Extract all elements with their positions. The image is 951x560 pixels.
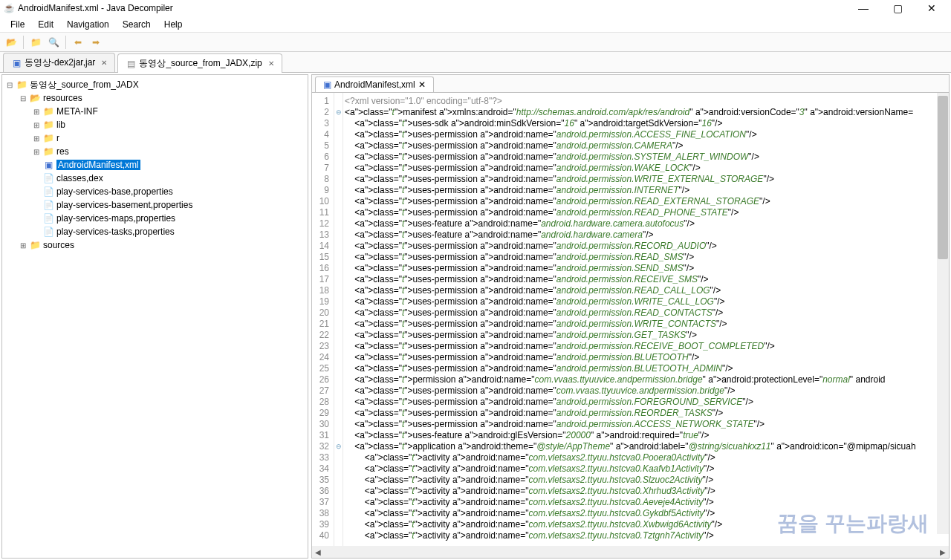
tree-label: classes,dex bbox=[56, 173, 103, 183]
open-type-button[interactable]: 📁 bbox=[27, 34, 44, 51]
folder-icon: 📁 bbox=[42, 132, 54, 144]
menu-navigation[interactable]: Navigation bbox=[61, 18, 115, 31]
binary-icon: ▣ bbox=[11, 58, 22, 68]
tree-sources[interactable]: ⊞ 📁 sources bbox=[5, 238, 305, 252]
tab-close-icon[interactable]: ✕ bbox=[101, 59, 107, 67]
tree-ps-tasks[interactable]: 📄 play-services-tasks,properties bbox=[5, 225, 305, 238]
separator bbox=[65, 36, 66, 49]
tree-ps-base[interactable]: 📄 play-services-base,properties bbox=[5, 185, 305, 198]
tree-label: play-services-tasks,properties bbox=[56, 227, 175, 237]
menu-help[interactable]: Help bbox=[158, 18, 189, 31]
xml-file-icon: ▣ bbox=[323, 79, 331, 90]
forward-button[interactable]: ➡ bbox=[88, 34, 104, 51]
archive-icon: ▤ bbox=[126, 59, 136, 69]
file-tabs: ▣ 동영상-dex2jar,jar ✕ ▤ 동영상_source_from_JA… bbox=[0, 52, 951, 73]
file-icon: 📄 bbox=[42, 172, 54, 184]
horizontal-scrollbar[interactable]: ◀ ▶ bbox=[312, 546, 949, 558]
expand-icon[interactable]: ⊞ bbox=[32, 107, 41, 116]
folder-icon: 📁 bbox=[42, 146, 54, 157]
tree-label: play-services-basement,properties bbox=[56, 200, 192, 210]
menu-edit[interactable]: Edit bbox=[32, 18, 59, 31]
expand-icon[interactable]: ⊞ bbox=[32, 134, 41, 143]
tree-root[interactable]: ⊟ 📁 동영상_source_from_JADX bbox=[5, 78, 305, 91]
editor-tab-manifest[interactable]: ▣ AndroidManifest,xml ✕ bbox=[315, 76, 434, 92]
tree-label: play-services-base,properties bbox=[56, 186, 173, 197]
tree-ps-basement[interactable]: 📄 play-services-basement,properties bbox=[5, 198, 305, 212]
menu-search[interactable]: Search bbox=[117, 18, 157, 31]
fold-gutter[interactable]: ⊖⊖ bbox=[334, 93, 343, 546]
menubar: File Edit Navigation Search Help bbox=[0, 16, 951, 33]
back-button[interactable]: ⬅ bbox=[70, 34, 86, 51]
titlebar: ☕ AndroidManifest.xml - Java Decompiler … bbox=[0, 0, 951, 16]
tree-ps-maps[interactable]: 📄 play-services-maps,properties bbox=[5, 212, 305, 225]
tree-label: res bbox=[56, 146, 69, 157]
tree-android-manifest[interactable]: ▣ AndroidManifest,xml bbox=[5, 158, 305, 172]
tree-label: AndroidManifest,xml bbox=[56, 160, 140, 170]
folder-icon: 📁 bbox=[42, 119, 54, 131]
search-button[interactable]: 🔍 bbox=[45, 34, 62, 51]
close-button[interactable]: ✕ bbox=[921, 1, 942, 16]
editor-tabs: ▣ AndroidManifest,xml ✕ bbox=[312, 75, 949, 93]
tree-label: 동영상_source_from_JADX bbox=[30, 79, 139, 91]
editor-tab-label: AndroidManifest,xml bbox=[334, 79, 415, 90]
folder-icon: 📁 bbox=[29, 239, 41, 251]
folder-icon: 📂 bbox=[29, 92, 41, 104]
file-icon: 📄 bbox=[42, 199, 54, 211]
window-title: AndroidManifest.xml - Java Decompiler bbox=[18, 3, 853, 13]
scroll-thumb[interactable] bbox=[938, 96, 948, 259]
tab-label: 동영상-dex2jar,jar bbox=[25, 56, 95, 69]
collapse-icon[interactable]: ⊟ bbox=[19, 94, 27, 102]
file-icon: 📄 bbox=[42, 186, 54, 198]
scroll-right-icon[interactable]: ▶ bbox=[937, 546, 949, 558]
tab-jadx-zip[interactable]: ▤ 동영상_source_from_JADX,zip ✕ bbox=[117, 53, 282, 73]
tree-meta-inf[interactable]: ⊞ 📁 META-INF bbox=[5, 105, 305, 118]
code-content[interactable]: <?xml version="1.0" encoding="utf-8"?><a… bbox=[343, 93, 949, 546]
tab-close-icon[interactable]: ✕ bbox=[418, 79, 426, 90]
expand-icon[interactable]: ⊞ bbox=[32, 147, 41, 156]
folder-icon: 📁 bbox=[42, 105, 54, 117]
tree-label: resources bbox=[43, 93, 82, 103]
toolbar: 📂 📁 🔍 ⬅ ➡ bbox=[0, 33, 951, 52]
tree-resources[interactable]: ⊟ 📂 resources bbox=[5, 91, 305, 105]
tab-label: 동영상_source_from_JADX,zip bbox=[139, 57, 262, 70]
tree-r[interactable]: ⊞ 📁 r bbox=[5, 131, 305, 145]
file-icon: 📄 bbox=[42, 226, 54, 238]
code-editor[interactable]: 1234567891011121314151617181920212223242… bbox=[312, 93, 949, 546]
collapse-icon[interactable]: ⊟ bbox=[5, 80, 14, 89]
app-icon: ☕ bbox=[3, 2, 15, 14]
project-tree[interactable]: ⊟ 📁 동영상_source_from_JADX ⊟ 📂 resources ⊞… bbox=[1, 74, 308, 559]
minimize-button[interactable]: — bbox=[853, 1, 874, 16]
tree-res[interactable]: ⊞ 📁 res bbox=[5, 145, 305, 158]
tree-label: lib bbox=[56, 120, 65, 130]
tree-label: sources bbox=[43, 240, 74, 250]
scroll-left-icon[interactable]: ◀ bbox=[312, 546, 324, 558]
tab-dex2jar[interactable]: ▣ 동영상-dex2jar,jar ✕ bbox=[3, 53, 115, 72]
tree-label: play-services-maps,properties bbox=[56, 213, 175, 224]
open-file-button[interactable]: 📂 bbox=[3, 34, 19, 51]
line-gutter: 1234567891011121314151617181920212223242… bbox=[312, 93, 334, 546]
package-icon: 📁 bbox=[16, 79, 27, 91]
tab-close-icon[interactable]: ✕ bbox=[268, 59, 274, 68]
tree-lib[interactable]: ⊞ 📁 lib bbox=[5, 118, 305, 131]
tree-label: META-INF bbox=[56, 106, 98, 117]
menu-file[interactable]: File bbox=[4, 18, 30, 31]
vertical-scrollbar[interactable] bbox=[937, 93, 949, 534]
expand-icon[interactable]: ⊞ bbox=[32, 120, 41, 129]
xml-file-icon: ▣ bbox=[42, 159, 54, 171]
expand-icon[interactable]: ⊞ bbox=[19, 241, 27, 250]
separator bbox=[23, 36, 24, 49]
file-icon: 📄 bbox=[42, 212, 54, 224]
tree-classes-dex[interactable]: 📄 classes,dex bbox=[5, 172, 305, 185]
tree-label: r bbox=[56, 133, 59, 143]
editor-pane: ▣ AndroidManifest,xml ✕ 1234567891011121… bbox=[311, 74, 950, 559]
maximize-button[interactable]: ▢ bbox=[887, 1, 908, 16]
